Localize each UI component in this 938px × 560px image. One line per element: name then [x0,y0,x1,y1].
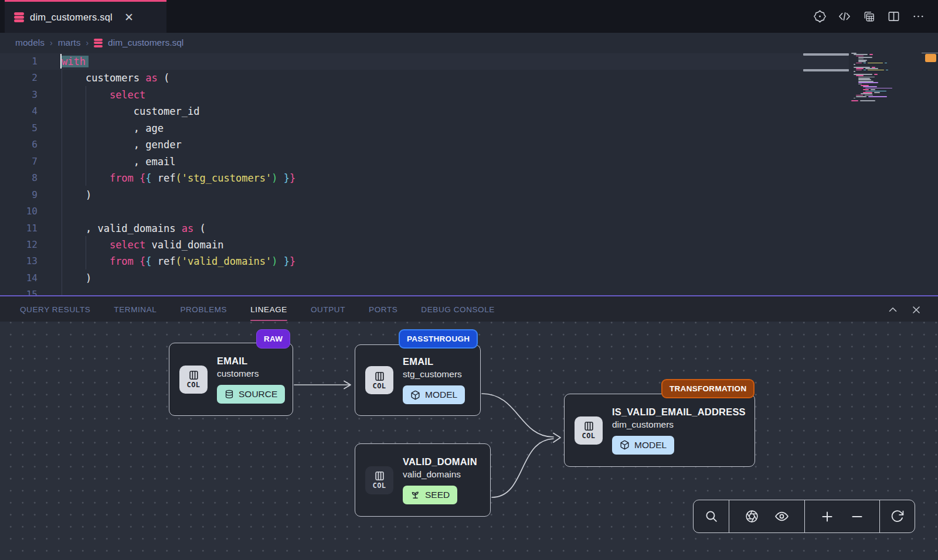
columns-icon [583,421,594,432]
node-model-name: valid_domains [403,469,461,480]
code-text: ) [62,270,91,286]
panel-tab-output[interactable]: OUTPUT [311,296,345,323]
code-line-1[interactable]: 1with [0,53,849,70]
breadcrumb: models›marts›dim_customers.sql [0,33,938,53]
breadcrumb-separator: › [86,38,89,47]
code-line-14[interactable]: 14 ) [0,270,849,286]
code-text: , valid_domains as ( [62,220,206,237]
code-line-4[interactable]: 4 customer_id [0,103,849,119]
code-line-9[interactable]: 9 ) [0,187,849,203]
refresh-icon[interactable] [889,509,905,524]
bottom-panel-header: QUERY RESULTSTERMINALPROBLEMSLINEAGEOUTP… [0,295,938,322]
code-text: with [62,53,89,70]
search-icon[interactable] [704,509,719,524]
cube-icon [620,440,630,450]
indent-guide [86,86,86,186]
overview-ruler-marker [925,54,936,62]
col-label: COL [582,432,595,440]
chevron-up-icon[interactable] [886,303,899,316]
column-icon: COL [365,466,393,494]
code-line-15[interactable]: 15 [0,286,849,295]
columns-icon [188,370,199,381]
more-icon[interactable] [912,10,925,23]
column-icon: COL [179,366,208,394]
panel-tabs: QUERY RESULTSTERMINALPROBLEMSLINEAGEOUTP… [20,296,495,323]
database-file-icon [94,39,103,47]
panel-tab-query-results[interactable]: QUERY RESULTS [20,296,90,323]
panel-tab-lineage[interactable]: LINEAGE [250,296,287,323]
panel-tab-problems[interactable]: PROBLEMS [180,296,227,323]
dbt-icon[interactable] [813,10,827,23]
code-line-6[interactable]: 6 , gender [0,136,849,153]
column-icon: COL [575,416,603,445]
source-type-badge: SOURCE [217,385,285,404]
text-cursor [60,54,62,69]
tab-close-icon[interactable]: ✕ [124,12,134,23]
node-model-name: dim_customers [612,419,674,430]
toolbar-group [805,500,880,532]
plus-icon[interactable] [820,509,835,524]
badge-passthrough: PASSTHROUGH [399,329,478,349]
code-line-2[interactable]: 2 customers as ( [0,70,849,86]
line-number: 6 [0,136,38,153]
tab-dim-customers-sql[interactable]: dim_customers.sql ✕ [5,0,166,33]
code-line-5[interactable]: 5 , age [0,120,849,136]
cube-icon [410,390,420,400]
model-type-badge: MODEL [612,436,674,455]
type-badge-label: MODEL [425,390,457,400]
line-number: 14 [0,270,38,286]
code-editor[interactable]: 1with2 customers as (3 select4 customer_… [0,53,938,295]
code-icon[interactable] [838,10,851,23]
panel-tab-debug-console[interactable]: DEBUG CONSOLE [421,296,495,323]
code-line-12[interactable]: 12 select valid_domain [0,237,849,253]
minimap-decoration [803,53,849,56]
code-line-8[interactable]: 8 from {{ ref('stg_customers') }} [0,170,849,186]
code-text: , gender [62,136,182,153]
eye-icon[interactable] [774,509,790,524]
minimap[interactable] [851,53,908,102]
copy-table-icon[interactable] [862,10,876,23]
dbt-ide-window: dim_customers.sql ✕ models›marts›dim_cus… [0,0,938,560]
split-editor-icon[interactable] [887,10,900,23]
type-badge-label: SOURCE [239,389,277,399]
code-line-10[interactable]: 10 [0,203,849,220]
code-line-3[interactable]: 3 select [0,87,849,103]
code-line-7[interactable]: 7 , email [0,153,849,170]
code-line-11[interactable]: 11 , valid_domains as ( [0,220,849,237]
node-column-name: IS_VALID_EMAIL_ADDRESS [612,407,746,418]
overview-ruler [922,53,938,53]
code-line-13[interactable]: 13 from {{ ref('valid_domains') }} [0,253,849,269]
lineage-node-valid-domains[interactable]: COL VALID_DOMAIN valid_domains SEED [355,443,491,517]
lineage-node-customers[interactable]: COL EMAIL customers SOURCE [169,343,293,416]
editor-actions [813,0,925,33]
lineage-node-stg-customers[interactable]: COL EMAIL stg_customers MODEL [355,344,481,416]
code-text: customers as ( [62,70,169,86]
indent-guide [62,69,62,295]
aperture-icon[interactable] [744,509,759,524]
close-icon[interactable] [910,303,923,316]
col-label: COL [372,382,386,390]
breadcrumb-item[interactable]: marts [58,37,81,48]
node-column-name: EMAIL [217,356,247,367]
column-icon: COL [365,366,393,394]
badge-raw: RAW [256,329,290,349]
columns-icon [374,371,385,382]
lineage-node-dim-customers[interactable]: COL IS_VALID_EMAIL_ADDRESS dim_customers… [564,394,755,467]
node-model-name: stg_customers [403,369,462,380]
breadcrumb-item[interactable]: dim_customers.sql [108,37,183,48]
seedling-icon [410,490,420,500]
line-number: 5 [0,120,38,136]
code-text: select [62,87,145,103]
panel-actions [886,296,938,323]
panel-tab-ports[interactable]: PORTS [369,296,397,323]
toolbar-group [880,500,914,532]
line-number: 3 [0,87,38,103]
breadcrumb-item[interactable]: models [15,37,45,48]
line-number: 13 [0,253,38,269]
minus-icon[interactable] [849,509,865,524]
toolbar-group [729,500,805,532]
panel-tab-terminal[interactable]: TERMINAL [114,296,157,323]
breadcrumb-separator: › [50,38,53,47]
lineage-canvas[interactable]: RAW PASSTHROUGH TRANSFORMATION COL EMAIL… [0,322,938,560]
line-number: 9 [0,187,38,203]
